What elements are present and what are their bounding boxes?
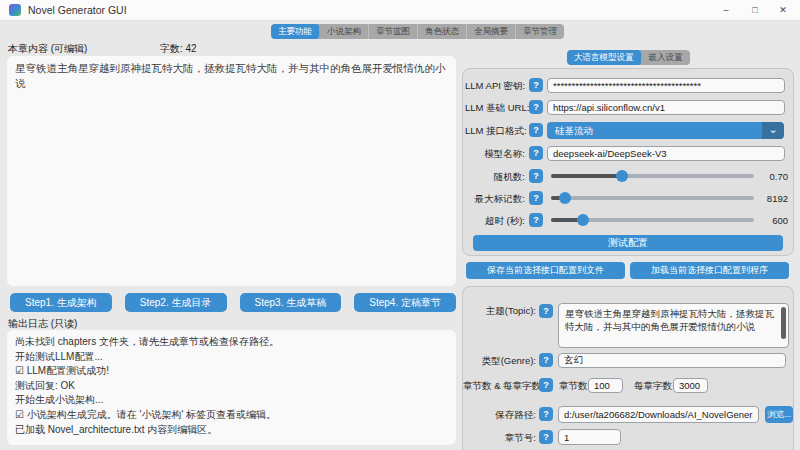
save-path-label: 保存路径: xyxy=(465,409,536,422)
timeout-value: 600 xyxy=(756,215,788,226)
config-tab-bar: 大语言模型设置 嵌入设置 xyxy=(567,50,690,65)
topic-textarea[interactable]: 星穹铁道主角星穿越到原神提瓦特大陆，拯救提瓦特大陆，并与其中的角色展开爱恨情仇的… xyxy=(558,303,789,348)
chapters-words-help-icon[interactable]: ? xyxy=(539,378,553,392)
llm-config-frame: LLM API 密钥: ? LLM 基础 URL: ? LLM 接口格式: ? … xyxy=(462,68,794,256)
interface-format-value: 硅基流动 xyxy=(555,125,593,136)
slider-knob[interactable] xyxy=(559,192,571,204)
log-line: 尚未找到 chapters 文件夹，请先生成章节或检查保存路径。 xyxy=(15,335,448,350)
temperature-help-icon[interactable]: ? xyxy=(529,169,543,183)
model-name-help-icon[interactable]: ? xyxy=(529,146,543,160)
chapter-count-label: 章节数 xyxy=(559,380,588,393)
topic-help-icon[interactable]: ? xyxy=(539,304,553,318)
tab-llm-settings[interactable]: 大语言模型设置 xyxy=(567,50,642,65)
save-path-help-icon[interactable]: ? xyxy=(539,407,553,421)
save-config-button[interactable]: 保存当前选择接口配置到文件 xyxy=(466,262,625,279)
tab-novel-architecture[interactable]: 小说架构 xyxy=(320,24,369,39)
base-url-input[interactable] xyxy=(547,100,785,115)
topic-text: 星穹铁道主角星穿越到原神提瓦特大陆，拯救提瓦特大陆，并与其中的角色展开爱恨情仇的… xyxy=(565,308,774,332)
temperature-slider[interactable] xyxy=(551,169,754,183)
timeout-label: 超时 (秒): xyxy=(465,215,525,228)
timeout-help-icon[interactable]: ? xyxy=(529,213,543,227)
main-tab-bar: 主要功能 小说架构 章节蓝图 角色状态 全局摘要 章节管理 xyxy=(271,24,564,39)
topic-label: 主题(Topic): xyxy=(465,305,536,318)
tab-main-functions[interactable]: 主要功能 xyxy=(271,24,320,39)
genre-input[interactable] xyxy=(558,353,786,368)
maximize-icon[interactable]: □ xyxy=(741,0,769,20)
slider-knob[interactable] xyxy=(616,170,628,182)
chapters-words-label: 章节数 & 每章字数 xyxy=(463,380,536,393)
model-name-input[interactable] xyxy=(547,146,785,161)
tab-global-summary[interactable]: 全局摘要 xyxy=(467,24,516,39)
max-tokens-help-icon[interactable]: ? xyxy=(529,191,543,205)
output-log-label: 输出日志 (只读) xyxy=(8,317,77,331)
save-path-input[interactable] xyxy=(558,406,759,423)
tab-chapter-blueprint[interactable]: 章节蓝图 xyxy=(369,24,418,39)
chapter-number-label: 章节号: xyxy=(465,432,536,445)
log-line: 开始测试LLM配置... xyxy=(15,350,448,365)
step3-generate-draft-button[interactable]: Step3. 生成草稿 xyxy=(240,293,342,312)
interface-format-label: LLM 接口格式: xyxy=(465,125,525,138)
log-line: 测试回复: OK xyxy=(15,379,448,394)
minimize-icon[interactable]: – xyxy=(712,0,740,20)
base-url-help-icon[interactable]: ? xyxy=(529,100,543,114)
api-key-input[interactable] xyxy=(547,78,785,93)
step1-generate-architecture-button[interactable]: Step1. 生成架构 xyxy=(10,293,112,312)
temperature-value: 0.70 xyxy=(756,171,788,182)
load-config-button[interactable]: 加载当前选择接口配置到程序 xyxy=(630,262,789,279)
close-icon[interactable]: ✕ xyxy=(769,0,797,20)
output-log-textarea: 尚未找到 chapters 文件夹，请先生成章节或检查保存路径。 开始测试LLM… xyxy=(7,330,456,445)
max-tokens-slider[interactable] xyxy=(551,191,754,205)
genre-label: 类型(Genre): xyxy=(465,355,536,368)
app-icon xyxy=(9,4,21,16)
novel-generator-window: { "window": { "title": "Novel Generator … xyxy=(0,0,800,450)
chapter-number-help-icon[interactable]: ? xyxy=(539,430,553,444)
window-title: Novel Generator GUI xyxy=(28,4,127,16)
log-line: ☑ LLM配置测试成功! xyxy=(15,364,448,379)
log-line: 已加载 Novel_architecture.txt 内容到编辑区。 xyxy=(15,423,448,438)
api-key-help-icon[interactable]: ? xyxy=(529,78,543,92)
log-line: 开始生成小说架构... xyxy=(15,393,448,408)
tab-character-state[interactable]: 角色状态 xyxy=(418,24,467,39)
interface-format-help-icon[interactable]: ? xyxy=(529,123,543,137)
words-per-chapter-input[interactable] xyxy=(673,378,708,393)
slider-knob[interactable] xyxy=(577,214,589,226)
tab-embedding-settings[interactable]: 嵌入设置 xyxy=(642,50,690,65)
topic-scrollbar[interactable] xyxy=(781,307,786,339)
max-tokens-value: 8192 xyxy=(756,193,788,204)
words-per-chapter-label: 每章字数 xyxy=(634,380,672,393)
chapter-editor-label: 本章内容 (可编辑) xyxy=(8,42,87,56)
chevron-down-icon: ⌄ xyxy=(762,122,784,139)
max-tokens-label: 最大标记数: xyxy=(465,193,525,206)
browse-button[interactable]: 浏览... xyxy=(765,406,793,423)
step4-finalize-chapter-button[interactable]: Step4. 定稿章节 xyxy=(354,293,456,312)
chapter-number-input[interactable] xyxy=(558,429,621,445)
interface-format-dropdown[interactable]: 硅基流动 ⌄ xyxy=(547,122,783,139)
tab-chapter-manage[interactable]: 章节管理 xyxy=(516,24,564,39)
log-line: ☑ 小说架构生成完成。请在 '小说架构' 标签页查看或编辑。 xyxy=(15,408,448,423)
temperature-label: 随机数: xyxy=(465,171,525,184)
model-name-label: 模型名称: xyxy=(465,148,525,161)
timeout-slider[interactable] xyxy=(551,213,754,227)
novel-params-frame: 主题(Topic): ? 星穹铁道主角星穿越到原神提瓦特大陆，拯救提瓦特大陆，并… xyxy=(462,286,794,450)
title-bar: Novel Generator GUI – □ ✕ xyxy=(0,0,800,21)
chapter-content-textarea[interactable]: 星穹铁道主角星穿越到原神提瓦特大陆，拯救提瓦特大陆，并与其中的角色展开爱恨情仇的… xyxy=(7,56,456,286)
api-key-label: LLM API 密钥: xyxy=(465,80,525,93)
step2-generate-directory-button[interactable]: Step2. 生成目录 xyxy=(125,293,227,312)
word-count-label: 字数: 42 xyxy=(160,42,197,56)
test-config-button[interactable]: 测试配置 xyxy=(473,235,783,251)
genre-help-icon[interactable]: ? xyxy=(539,353,553,367)
chapter-count-input[interactable] xyxy=(588,378,623,393)
step-button-row: Step1. 生成架构 Step2. 生成目录 Step3. 生成草稿 Step… xyxy=(10,293,456,312)
base-url-label: LLM 基础 URL: xyxy=(465,102,525,115)
